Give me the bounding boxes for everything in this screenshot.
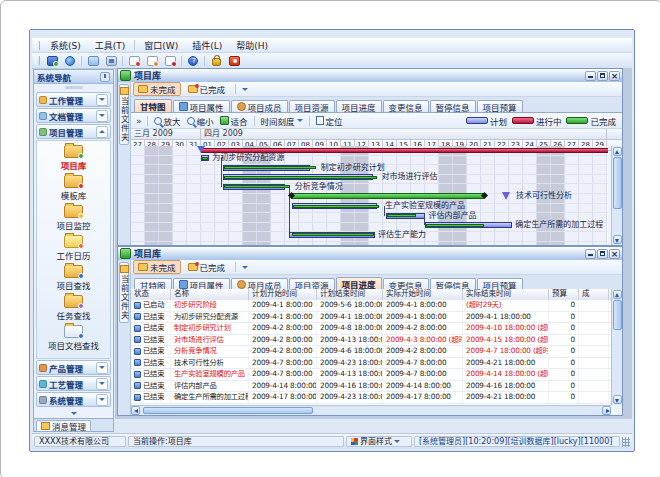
sidebar-item-1[interactable]: 项目库 bbox=[61, 145, 87, 171]
zoom-out-button[interactable]: 缩小 bbox=[184, 115, 217, 127]
tab-message-management[interactable]: 消息管理 bbox=[36, 420, 91, 431]
tab-3[interactable]: 项目成员 bbox=[231, 100, 288, 112]
expand-button[interactable] bbox=[96, 110, 108, 122]
filter-completed-button[interactable]: 已完成 bbox=[183, 82, 231, 96]
report-view-button[interactable] bbox=[144, 54, 160, 67]
scroll-down-arrow[interactable] bbox=[613, 395, 622, 404]
minimize-button[interactable] bbox=[585, 249, 596, 259]
sidebar-item-4[interactable]: 工作日历 bbox=[56, 235, 90, 261]
table-horizontal-scrollbar[interactable] bbox=[131, 405, 611, 415]
sidebar-item-2[interactable]: 模板库 bbox=[61, 175, 87, 201]
expand-button[interactable] bbox=[96, 362, 108, 374]
child-title-bar[interactable]: 项目库 × bbox=[118, 69, 622, 83]
scroll-down-arrow[interactable] bbox=[613, 235, 622, 244]
tab-2[interactable]: 项目属性 bbox=[173, 100, 230, 112]
sidebar-group-bottom-1[interactable]: 产品管理 bbox=[36, 360, 111, 375]
sidebar-item-7[interactable]: 项目文档查找 bbox=[48, 325, 99, 351]
tab-6[interactable]: 变更信息 bbox=[383, 100, 429, 112]
lock-button[interactable] bbox=[208, 54, 224, 67]
task-done-bar[interactable] bbox=[293, 205, 379, 208]
exit-button[interactable] bbox=[226, 54, 242, 67]
expand-button[interactable] bbox=[96, 378, 108, 390]
table-row[interactable]: 已结束制定初步研究计划2009-4-2 8:00:002009-4-8 18:0… bbox=[131, 323, 611, 335]
table-row[interactable]: 已结束技术可行性分析2009-4-7 8:00:002009-4-23 18:0… bbox=[131, 358, 611, 370]
task-done-bar[interactable] bbox=[224, 185, 290, 188]
table-row[interactable]: 已启动初步研究阶段2009-4-1 8:00:002009-5-6 18:00:… bbox=[131, 300, 611, 312]
folder-button[interactable] bbox=[85, 54, 101, 67]
help-button[interactable] bbox=[185, 54, 201, 67]
column-header-4[interactable]: 计划结束时间 bbox=[317, 289, 383, 300]
scroll-thumb[interactable] bbox=[143, 407, 313, 414]
sidebar-group-bottom-3[interactable]: 系统管理 bbox=[36, 392, 111, 407]
expand-button[interactable] bbox=[96, 394, 108, 406]
scroll-right-arrow[interactable] bbox=[602, 406, 611, 415]
zoom-in-button[interactable]: 放大 bbox=[151, 115, 184, 127]
tab-5[interactable]: 项目进度 bbox=[336, 100, 382, 112]
current-folder-tab[interactable]: 当前文件夹 bbox=[119, 84, 129, 145]
maximize-button[interactable] bbox=[597, 71, 608, 81]
filter-completed-button[interactable]: 已完成 bbox=[183, 260, 231, 274]
column-header-6[interactable]: 实际结束时间 bbox=[463, 289, 549, 300]
fit-button[interactable]: 适合 bbox=[217, 115, 251, 127]
menu-item-4[interactable]: 插件(L) bbox=[185, 38, 229, 53]
report-del-button[interactable] bbox=[162, 54, 178, 67]
sidebar-item-3[interactable]: 项目监控 bbox=[56, 205, 90, 231]
save-button[interactable] bbox=[103, 54, 119, 67]
task-done-bar[interactable] bbox=[292, 233, 374, 236]
scroll-up-arrow[interactable] bbox=[613, 147, 622, 156]
scroll-up-arrow[interactable] bbox=[613, 290, 622, 299]
menu-item-3[interactable]: 窗口(W) bbox=[137, 38, 185, 53]
computer-button[interactable] bbox=[44, 54, 60, 67]
column-header-7[interactable]: 预算 bbox=[549, 289, 579, 300]
menu-item-1[interactable]: 系统(S) bbox=[43, 38, 88, 53]
task-done-bar[interactable] bbox=[426, 224, 484, 227]
maximize-button[interactable] bbox=[597, 249, 608, 259]
column-header-1[interactable]: 状态 bbox=[131, 289, 171, 300]
task-done-bar[interactable] bbox=[224, 166, 316, 169]
table-vertical-scrollbar[interactable] bbox=[611, 289, 622, 405]
scroll-thumb[interactable] bbox=[613, 300, 622, 330]
menu-item-5[interactable]: 帮助(H) bbox=[229, 38, 275, 53]
sidebar-collapse-handle[interactable] bbox=[34, 84, 113, 91]
column-header-2[interactable]: 名称 bbox=[171, 289, 249, 300]
locate-button[interactable]: 定位 bbox=[313, 115, 346, 127]
ui-style-selector[interactable]: 界面样式 bbox=[346, 436, 412, 447]
table-row[interactable]: 已结束分析竞争情况2009-4-2 8:00:002009-4-6 18:00:… bbox=[131, 346, 611, 358]
resize-grip[interactable] bbox=[622, 437, 630, 447]
sidebar-group-1[interactable]: 工作管理 bbox=[36, 92, 111, 107]
table-row[interactable]: 已结束确定生产所需的加工过程2009-4-17 8:00:002009-4-23… bbox=[131, 392, 611, 404]
globe-button[interactable] bbox=[62, 54, 78, 67]
table-row[interactable]: 已结束生产实验室规模的产品2009-4-7 8:00:002009-4-13 1… bbox=[131, 369, 611, 381]
toolbar-more-icon[interactable]: » bbox=[136, 116, 142, 126]
sidebar-item-6[interactable]: 任务查找 bbox=[56, 295, 90, 321]
tab-1[interactable]: 甘特图 bbox=[134, 99, 172, 112]
report-add-button[interactable] bbox=[126, 54, 142, 67]
filter-dropdown-button[interactable] bbox=[239, 83, 251, 95]
sidebar-group-2[interactable]: 文档管理 bbox=[36, 108, 111, 123]
current-folder-tab[interactable]: 当前文件夹 bbox=[119, 262, 129, 323]
sidebar-overflow-button[interactable] bbox=[34, 408, 113, 418]
close-button[interactable]: × bbox=[609, 71, 620, 81]
toolbar-grip[interactable] bbox=[35, 56, 40, 65]
filter-incomplete-button[interactable]: 未完成 bbox=[133, 82, 181, 96]
expand-button[interactable] bbox=[96, 94, 108, 106]
collapse-button[interactable] bbox=[96, 126, 108, 138]
scroll-thumb[interactable] bbox=[613, 157, 622, 209]
column-header-3[interactable]: 计划开始时间 bbox=[249, 289, 317, 300]
table-row[interactable]: 已结束评估内部产品2009-4-14 8:00:002009-4-16 18:0… bbox=[131, 381, 611, 393]
task-done-bar[interactable] bbox=[291, 193, 484, 199]
filter-incomplete-button[interactable]: 未完成 bbox=[133, 260, 181, 274]
tab-8[interactable]: 项目预算 bbox=[477, 100, 523, 112]
time-scale-button[interactable]: 时间刻度 bbox=[258, 115, 306, 127]
scroll-left-arrow[interactable] bbox=[131, 406, 140, 415]
table-row[interactable]: 已结束对市场进行评估2009-4-2 8:00:002009-4-13 18:0… bbox=[131, 335, 611, 347]
task-done-bar[interactable] bbox=[224, 176, 377, 179]
sidebar-item-5[interactable]: 项目查找 bbox=[56, 265, 90, 291]
filter-dropdown-button[interactable] bbox=[239, 261, 251, 273]
sidebar-group-bottom-2[interactable]: 工艺管理 bbox=[36, 376, 111, 391]
pin-icon[interactable] bbox=[100, 72, 110, 82]
gantt-vertical-scrollbar[interactable] bbox=[611, 146, 622, 245]
gantt-chart[interactable]: 为初步研究分配资源制定初步研究计划对市场进行评估分析竞争情况技术可行性分析生产实… bbox=[131, 146, 608, 245]
tab-7[interactable]: 暂停信息 bbox=[430, 100, 476, 112]
close-button[interactable]: × bbox=[609, 249, 620, 259]
